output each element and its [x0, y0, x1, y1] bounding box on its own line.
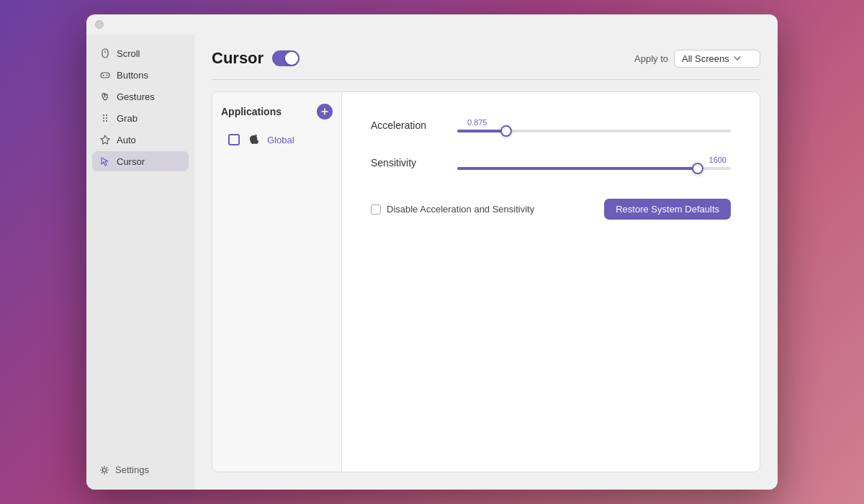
disable-checkbox-label: Disable Acceleration and Sensitivity [387, 204, 534, 215]
gestures-icon [99, 91, 111, 102]
sensitivity-label-row: Sensitivity 1600 [371, 156, 731, 170]
app-global-label: Global [267, 135, 294, 145]
sidebar-item-cursor-label: Cursor [117, 156, 145, 167]
acceleration-label: Acceleration [371, 120, 443, 131]
sidebar: Scroll Buttons [86, 35, 194, 490]
svg-point-6 [106, 114, 107, 116]
restore-defaults-button[interactable]: Restore System Defaults [604, 199, 731, 220]
bottom-row: Disable Acceleration and Sensitivity Res… [371, 199, 731, 220]
main-content: Cursor Apply to All Screens [194, 35, 778, 490]
acceleration-track [457, 130, 731, 132]
sensitivity-label: Sensitivity [371, 157, 443, 168]
apps-panel-title: Applications [221, 106, 282, 117]
main-window: Scroll Buttons [86, 14, 778, 490]
sidebar-nav: Scroll Buttons [86, 40, 194, 459]
panels-row: Applications [212, 91, 760, 472]
cursor-toggle[interactable] [272, 50, 300, 66]
page-header: Cursor Apply to All Screens [212, 49, 760, 68]
sensitivity-value: 1600 [709, 156, 726, 164]
auto-icon [99, 134, 111, 145]
sidebar-item-scroll[interactable]: Scroll [92, 43, 189, 63]
svg-point-5 [103, 114, 104, 116]
svg-point-7 [103, 117, 104, 119]
sidebar-item-grab-label: Grab [117, 113, 138, 124]
svg-point-4 [107, 75, 108, 76]
scroll-icon [99, 48, 111, 59]
svg-marker-11 [101, 135, 109, 144]
sidebar-item-buttons[interactable]: Buttons [92, 65, 189, 85]
svg-point-8 [106, 117, 107, 119]
acceleration-thumb[interactable] [500, 125, 512, 137]
disable-checkbox[interactable] [371, 204, 381, 215]
disable-checkbox-row: Disable Acceleration and Sensitivity [371, 204, 534, 215]
page-title-row: Cursor [212, 49, 300, 68]
chevron-down-icon [734, 56, 741, 60]
acceleration-label-row: Acceleration 0.875 [371, 118, 731, 132]
apps-panel-header: Applications [221, 104, 333, 120]
sensitivity-fill [457, 167, 698, 170]
sensitivity-slider-container: 1600 [457, 156, 731, 170]
traffic-light-close[interactable] [95, 20, 104, 29]
cursor-nav-icon [99, 156, 111, 167]
grab-icon [99, 112, 111, 124]
sidebar-item-cursor[interactable]: Cursor [92, 151, 189, 171]
sidebar-item-gestures-label: Gestures [117, 91, 155, 102]
settings-label: Settings [115, 464, 149, 475]
sidebar-item-auto[interactable]: Auto [92, 130, 189, 150]
svg-point-10 [106, 120, 107, 122]
app-item-global[interactable]: Global [221, 128, 333, 151]
sidebar-item-grab[interactable]: Grab [92, 108, 189, 128]
apply-to-row: Apply to All Screens [634, 50, 760, 68]
svg-point-12 [103, 468, 107, 472]
page-title: Cursor [212, 49, 264, 68]
settings-icon [99, 465, 109, 475]
sensitivity-thumb[interactable] [692, 163, 703, 174]
window-body: Scroll Buttons [86, 35, 778, 490]
sidebar-item-scroll-label: Scroll [117, 48, 140, 59]
header-divider [212, 79, 760, 80]
toggle-thumb [285, 52, 298, 65]
sidebar-item-buttons-label: Buttons [117, 70, 148, 81]
svg-rect-2 [101, 73, 109, 78]
acceleration-row: Acceleration 0.875 [371, 118, 731, 132]
apple-logo-icon [247, 132, 261, 147]
titlebar [86, 14, 778, 35]
apply-to-select[interactable]: All Screens [674, 50, 760, 68]
apply-to-label: Apply to [634, 53, 668, 64]
sidebar-item-gestures[interactable]: Gestures [92, 86, 189, 107]
cursor-display-icon [227, 132, 241, 147]
sensitivity-row: Sensitivity 1600 [371, 156, 731, 170]
svg-rect-0 [102, 49, 108, 58]
sidebar-settings-item[interactable]: Settings [86, 459, 194, 484]
acceleration-slider-container: 0.875 [457, 118, 731, 132]
acceleration-value: 0.875 [467, 118, 487, 127]
sidebar-item-auto-label: Auto [117, 135, 136, 145]
settings-panel: Acceleration 0.875 [342, 92, 760, 472]
buttons-icon [99, 69, 111, 81]
apps-panel: Applications [212, 92, 342, 472]
acceleration-fill [457, 130, 506, 132]
sensitivity-track [457, 167, 731, 170]
svg-point-3 [103, 75, 104, 76]
svg-point-9 [103, 120, 104, 122]
add-app-button[interactable] [317, 104, 333, 120]
apply-to-value: All Screens [682, 53, 729, 64]
